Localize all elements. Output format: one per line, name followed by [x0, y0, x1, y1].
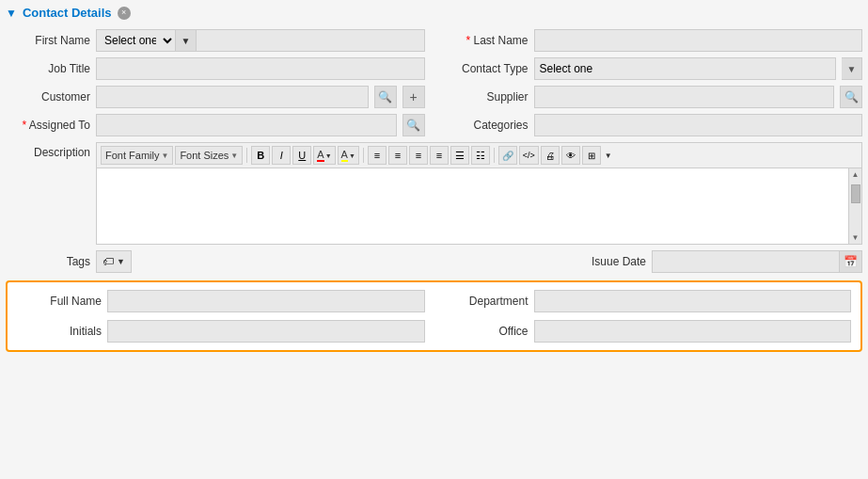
scrollbar-thumb[interactable]: [851, 184, 860, 203]
contact-type-select[interactable]: Select one: [534, 57, 837, 80]
issue-date-label: Isuue Date: [561, 255, 646, 268]
customer-search-button[interactable]: 🔍: [374, 86, 397, 108]
first-name-label: First Name: [6, 34, 90, 47]
assigned-categories-row: Assigned To 🔍 Categories: [6, 114, 862, 136]
customer-supplier-row: Customer 🔍 + Supplier 🔍: [6, 86, 862, 108]
full-name-row: Full Name: [17, 290, 425, 312]
name-row: First Name Select one ▼ Last Name: [6, 29, 862, 52]
first-name-input[interactable]: [197, 29, 425, 52]
first-name-prefix-select[interactable]: Select one: [96, 29, 176, 52]
main-container: ▼ Contact Details × First Name Select on…: [0, 0, 868, 479]
editor-body[interactable]: ▲ ▼: [97, 168, 861, 244]
tag-icon: 🏷: [103, 255, 114, 268]
tags-dropdown-arrow-icon: ▼: [117, 257, 125, 266]
justify-button[interactable]: ≡: [430, 146, 449, 165]
font-family-select[interactable]: Font Family ▼: [101, 146, 173, 165]
office-row: Office: [444, 320, 852, 343]
issue-date-section: Isuue Date 📅: [137, 250, 862, 273]
orange-form-grid: Full Name Department Initials Office: [17, 290, 851, 343]
font-color-dropdown-icon: ▼: [325, 152, 332, 159]
calendar-icon[interactable]: 📅: [840, 250, 862, 273]
first-name-prefix-dropdown-icon[interactable]: ▼: [176, 29, 197, 52]
job-title-input[interactable]: [96, 57, 425, 80]
assigned-to-label: Assigned To: [6, 119, 90, 132]
scrollbar-down-icon[interactable]: ▼: [852, 232, 860, 244]
supplier-label: Supplier: [444, 90, 529, 104]
initials-row: Initials: [17, 320, 425, 343]
supplier-search-button[interactable]: 🔍: [840, 86, 862, 108]
font-size-select[interactable]: Font Sizes ▼: [175, 146, 243, 165]
editor-scrollbar[interactable]: ▲ ▼: [848, 168, 861, 244]
print-button[interactable]: 🖨: [541, 146, 560, 165]
assigned-to-row: Assigned To 🔍: [6, 114, 425, 136]
supplier-row: Supplier 🔍: [444, 86, 863, 108]
initials-input[interactable]: [107, 320, 425, 343]
align-center-button[interactable]: ≡: [388, 146, 407, 165]
align-right-button[interactable]: ≡: [409, 146, 428, 165]
align-left-button[interactable]: ≡: [368, 146, 387, 165]
toolbar-separator-2: [363, 148, 364, 163]
font-size-label: Font Sizes: [180, 150, 229, 161]
bg-color-button[interactable]: A ▼: [338, 146, 359, 165]
contact-type-label: Contact Type: [444, 62, 529, 75]
issue-date-input[interactable]: [652, 250, 840, 273]
assigned-to-search-button[interactable]: 🔍: [402, 114, 425, 136]
underline-button[interactable]: U: [292, 146, 311, 165]
editor-toolbar: Font Family ▼ Font Sizes ▼ B I U A ▼: [97, 143, 861, 168]
tags-button[interactable]: 🏷 ▼: [96, 250, 132, 273]
tags-label: Tags: [6, 255, 90, 268]
bullet-list-button[interactable]: ☰: [450, 146, 469, 165]
contact-type-row: Contact Type Select one ▼: [444, 57, 863, 80]
bg-color-dropdown-icon: ▼: [349, 152, 355, 159]
font-size-arrow-icon: ▼: [230, 152, 238, 160]
table-button[interactable]: ⊞: [582, 146, 601, 165]
first-name-row: First Name Select one ▼: [6, 29, 425, 52]
collapse-chevron-icon[interactable]: ▼: [6, 7, 17, 20]
department-row: Department: [444, 290, 852, 312]
font-family-label: Font Family: [105, 150, 159, 161]
scrollbar-up-icon[interactable]: ▲: [852, 168, 860, 181]
link-button[interactable]: 🔗: [498, 146, 517, 165]
toolbar-separator-3: [494, 148, 495, 163]
section-header: ▼ Contact Details ×: [6, 6, 862, 20]
numbered-list-button[interactable]: ☷: [471, 146, 490, 165]
code-button[interactable]: </>: [519, 146, 539, 165]
customer-input[interactable]: [96, 86, 369, 108]
categories-input[interactable]: [534, 114, 863, 136]
rich-text-editor: Font Family ▼ Font Sizes ▼ B I U A ▼: [96, 142, 862, 245]
close-button[interactable]: ×: [118, 7, 131, 20]
initials-label: Initials: [17, 325, 102, 338]
job-title-row: Job Title: [6, 57, 425, 80]
full-name-input[interactable]: [107, 290, 425, 312]
tags-issue-row: Tags 🏷 ▼ Isuue Date 📅: [6, 250, 862, 273]
customer-row: Customer 🔍 +: [6, 86, 425, 108]
font-color-button[interactable]: A ▼: [313, 146, 335, 165]
last-name-input[interactable]: [534, 29, 863, 52]
categories-label: Categories: [444, 119, 529, 132]
customer-add-button[interactable]: +: [402, 86, 425, 108]
last-name-label: Last Name: [444, 34, 529, 47]
categories-row: Categories: [444, 114, 863, 136]
preview-button[interactable]: 👁: [561, 146, 580, 165]
scrollbar-track: [849, 181, 861, 232]
bold-button[interactable]: B: [251, 146, 270, 165]
font-family-arrow-icon: ▼: [161, 152, 168, 160]
office-input[interactable]: [534, 320, 852, 343]
section-title: Contact Details: [23, 6, 112, 20]
job-contact-row: Job Title Contact Type Select one ▼: [6, 57, 862, 80]
supplier-input[interactable]: [534, 86, 835, 108]
italic-button[interactable]: I: [272, 146, 291, 165]
toolbar-extra-arrow-icon: ▼: [605, 152, 612, 160]
first-name-group: Select one ▼: [96, 29, 425, 52]
customer-label: Customer: [6, 90, 90, 104]
full-name-label: Full Name: [17, 295, 102, 308]
office-label: Office: [444, 325, 529, 338]
orange-section: Full Name Department Initials Office: [6, 280, 862, 352]
assigned-to-input[interactable]: [96, 114, 397, 136]
job-title-label: Job Title: [6, 62, 90, 75]
contact-type-dropdown-icon[interactable]: ▼: [842, 57, 862, 80]
description-label: Description: [6, 142, 90, 159]
department-input[interactable]: [534, 290, 852, 312]
last-name-row: Last Name: [444, 29, 863, 52]
department-label: Department: [444, 295, 529, 308]
